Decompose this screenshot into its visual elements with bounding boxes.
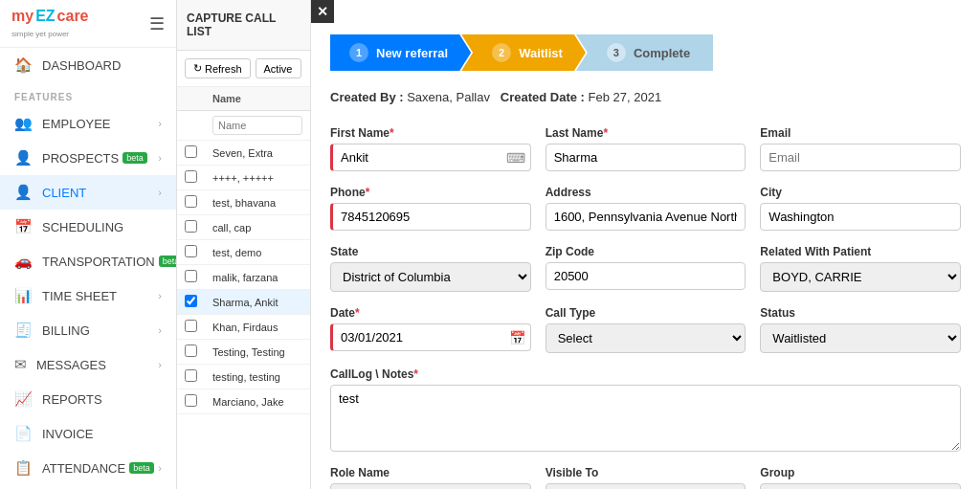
name-search-input[interactable] [212, 116, 302, 135]
row-checkbox[interactable] [185, 320, 197, 332]
row-checkbox[interactable] [185, 270, 197, 282]
logo-tagline: simple yet power [11, 30, 69, 38]
active-button[interactable]: Active [256, 58, 301, 78]
timesheet-icon: 📊 [14, 287, 33, 304]
role-select[interactable]: Role Name [330, 483, 531, 489]
sidebar-item-client[interactable]: 👤 CLIENT › [0, 175, 176, 210]
chevron-right-icon: › [158, 462, 162, 474]
form-row-2: Phone* Address City [330, 186, 961, 231]
created-date-value: Feb 27, 2021 [589, 90, 662, 104]
sidebar-item-label: ATTENDANCE [42, 461, 125, 476]
state-select[interactable]: District of Columbia Alabama Alaska Ariz… [330, 262, 531, 292]
sidebar-item-scheduling[interactable]: 📅 SCHEDULING [0, 210, 176, 244]
sidebar-item-dashboard[interactable]: 🏠 DASHBOARD [0, 48, 176, 82]
city-input[interactable] [760, 203, 961, 231]
sidebar-item-attendance[interactable]: 📋 ATTENDANCE beta › [0, 451, 176, 485]
row-name: Khan, Firdaus [205, 315, 310, 340]
sidebar-item-invoice[interactable]: 📄 INVOICE [0, 416, 176, 451]
table-row[interactable]: test, demo [177, 240, 310, 265]
table-row[interactable]: ++++, +++++ [177, 166, 310, 190]
state-group: State District of Columbia Alabama Alask… [330, 245, 531, 292]
table-row[interactable]: Marciano, Jake [177, 389, 310, 414]
row-checkbox[interactable] [185, 220, 197, 233]
date-label: Date* [330, 306, 531, 320]
row-checkbox[interactable] [185, 295, 197, 307]
table-row[interactable]: Seven, Extra [177, 141, 310, 166]
sidebar-item-label: MESSAGES [36, 358, 106, 372]
beta-badge: beta [159, 256, 177, 267]
group-select[interactable]: Group [760, 483, 961, 489]
related-select[interactable]: BOYD, CARRIE [760, 262, 961, 292]
form-body: First Name* ⌨ Last Name* Email [311, 112, 980, 489]
table-row[interactable]: Testing, Testing [177, 340, 310, 365]
refresh-label: Refresh [205, 63, 242, 75]
address-input[interactable] [546, 203, 746, 231]
row-checkbox[interactable] [185, 245, 197, 257]
zip-input[interactable] [546, 262, 746, 290]
date-input[interactable] [330, 323, 531, 351]
table-row-selected[interactable]: Sharma, Ankit [177, 290, 310, 315]
sidebar-item-label: TRANSPORTATION [42, 255, 155, 269]
keyboard-icon: ⌨ [506, 150, 525, 166]
last-name-input[interactable] [546, 144, 746, 171]
row-checkbox[interactable] [185, 369, 197, 382]
sidebar-item-timesheet[interactable]: 📊 TIME SHEET › [0, 278, 176, 313]
client-icon: 👤 [14, 184, 33, 201]
address-group: Address [546, 186, 746, 231]
status-select[interactable]: Waitlisted Active Inactive [760, 323, 961, 353]
sidebar-item-reports[interactable]: 📈 REPORTS [0, 382, 176, 416]
step-new-referral-button[interactable]: 1 New referral [330, 34, 471, 71]
calendar-icon[interactable]: 📅 [509, 330, 525, 345]
phone-input[interactable] [330, 203, 531, 231]
call-type-select[interactable]: Select [546, 323, 746, 353]
features-label: FEATURES [0, 82, 176, 106]
step3-circle: 3 [607, 43, 626, 62]
created-by-label: Created By : [330, 90, 404, 104]
table-row[interactable]: Khan, Firdaus [177, 315, 310, 340]
billing-icon: 🧾 [14, 322, 33, 339]
row-checkbox[interactable] [185, 195, 197, 208]
sidebar: my EZ care simple yet power ☰ 🏠 DASHBOAR… [0, 0, 177, 489]
row-name: test, demo [205, 240, 310, 265]
table-row[interactable]: malik, farzana [177, 265, 310, 290]
table-row[interactable]: call, cap [177, 215, 310, 240]
sidebar-item-messages[interactable]: ✉ MESSAGES › [0, 347, 176, 382]
row-checkbox[interactable] [185, 394, 197, 407]
visible-select[interactable] [546, 483, 746, 489]
calllog-textarea[interactable]: test [330, 385, 961, 452]
row-checkbox[interactable] [185, 145, 197, 158]
step-complete-button[interactable]: 3 Complete [576, 34, 713, 71]
group-label: Group [760, 466, 961, 479]
step2-label: Waitlist [519, 46, 563, 60]
sidebar-item-employee[interactable]: 👥 EMPLOYEE › [0, 106, 176, 141]
sidebar-item-label: DASHBOARD [42, 58, 121, 73]
created-date-label: Created Date : [501, 90, 585, 104]
row-name: call, cap [205, 215, 310, 240]
email-input[interactable] [760, 144, 961, 171]
role-group: Role Name Role Name [330, 466, 531, 489]
hamburger-icon[interactable]: ☰ [149, 13, 165, 34]
close-button[interactable]: ✕ [311, 0, 334, 23]
sidebar-item-label: CLIENT [42, 186, 86, 200]
table-row[interactable]: testing, testing [177, 365, 310, 389]
row-checkbox[interactable] [185, 170, 197, 183]
sidebar-item-label: PROSPECTS [42, 151, 119, 166]
related-group: Related With Patient BOYD, CARRIE [760, 245, 961, 292]
visible-group: Visible To [546, 466, 746, 489]
refresh-button[interactable]: ↻ Refresh [185, 58, 251, 78]
chevron-right-icon: › [158, 118, 162, 129]
reports-icon: 📈 [14, 390, 33, 408]
step-waitlist-button[interactable]: 2 Waitlist [461, 34, 586, 71]
sidebar-item-transportation[interactable]: 🚗 TRANSPORTATION beta › [0, 244, 176, 278]
status-group: Status Waitlisted Active Inactive [760, 306, 961, 353]
beta-badge: beta [129, 462, 154, 474]
sidebar-item-label: INVOICE [42, 427, 93, 441]
status-label: Status [760, 306, 961, 320]
table-row[interactable]: test, bhavana [177, 190, 310, 215]
sidebar-item-prospects[interactable]: 👤 PROSPECTS beta › [0, 141, 176, 175]
date-input-wrapper: 📅 [330, 323, 531, 351]
row-checkbox[interactable] [185, 345, 197, 357]
first-name-input[interactable] [330, 144, 531, 171]
step3-label: Complete [634, 46, 690, 60]
sidebar-item-billing[interactable]: 🧾 BILLING › [0, 313, 176, 347]
